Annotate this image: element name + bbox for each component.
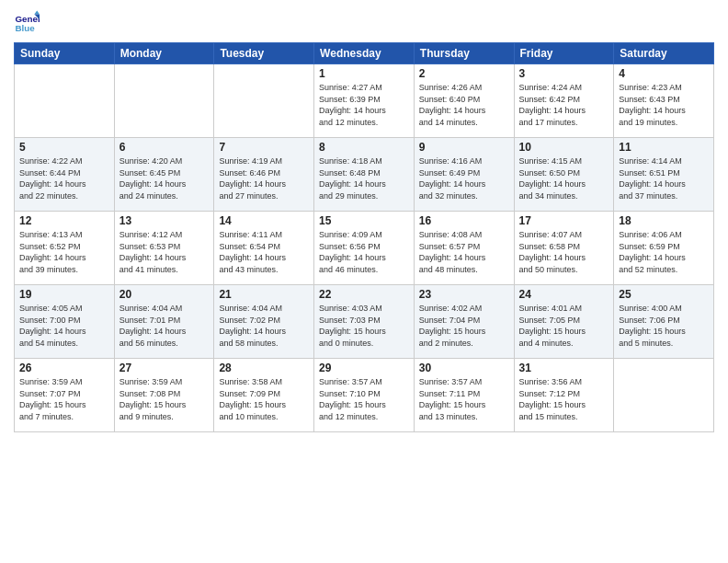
day-number: 7 [219,141,309,154]
day-info: Sunrise: 4:11 AM Sunset: 6:54 PM Dayligh… [219,229,309,275]
week-row-4: 26Sunrise: 3:59 AM Sunset: 7:07 PM Dayli… [15,359,714,432]
day-cell: 11Sunrise: 4:14 AM Sunset: 6:51 PM Dayli… [614,138,714,212]
day-cell: 20Sunrise: 4:04 AM Sunset: 7:01 PM Dayli… [114,285,214,359]
day-cell: 21Sunrise: 4:04 AM Sunset: 7:02 PM Dayli… [214,285,314,359]
day-number: 19 [19,288,109,301]
day-cell: 27Sunrise: 3:59 AM Sunset: 7:08 PM Dayli… [114,359,214,432]
day-info: Sunrise: 4:02 AM Sunset: 7:04 PM Dayligh… [419,303,509,349]
day-cell: 19Sunrise: 4:05 AM Sunset: 7:00 PM Dayli… [15,285,115,359]
day-number: 14 [219,214,309,227]
day-number: 21 [219,288,309,301]
day-info: Sunrise: 4:20 AM Sunset: 6:45 PM Dayligh… [119,155,210,201]
day-cell: 3Sunrise: 4:24 AM Sunset: 6:42 PM Daylig… [514,64,614,138]
day-cell: 10Sunrise: 4:15 AM Sunset: 6:50 PM Dayli… [514,138,614,212]
day-info: Sunrise: 4:19 AM Sunset: 6:46 PM Dayligh… [219,155,309,201]
day-info: Sunrise: 4:05 AM Sunset: 7:00 PM Dayligh… [19,303,109,349]
day-number: 12 [19,214,109,227]
day-cell: 15Sunrise: 4:09 AM Sunset: 6:56 PM Dayli… [314,212,415,285]
svg-marker-2 [34,10,40,14]
logo-icon: General Blue [14,9,40,35]
col-header-friday: Friday [514,43,614,64]
day-cell: 24Sunrise: 4:01 AM Sunset: 7:05 PM Dayli… [514,285,614,359]
day-number: 8 [319,141,409,154]
day-info: Sunrise: 3:56 AM Sunset: 7:12 PM Dayligh… [519,376,609,422]
day-number: 29 [319,362,409,374]
day-number: 6 [119,141,210,154]
day-number: 24 [519,288,609,301]
col-header-tuesday: Tuesday [214,43,314,64]
calendar: SundayMondayTuesdayWednesdayThursdayFrid… [14,42,714,432]
day-info: Sunrise: 3:59 AM Sunset: 7:08 PM Dayligh… [119,376,210,422]
day-cell: 31Sunrise: 3:56 AM Sunset: 7:12 PM Dayli… [514,359,614,432]
header: General Blue [14,9,714,35]
day-cell: 18Sunrise: 4:06 AM Sunset: 6:59 PM Dayli… [614,212,714,285]
day-info: Sunrise: 4:04 AM Sunset: 7:01 PM Dayligh… [119,303,210,349]
day-cell: 13Sunrise: 4:12 AM Sunset: 6:53 PM Dayli… [114,212,214,285]
day-number: 11 [619,141,709,154]
day-info: Sunrise: 4:08 AM Sunset: 6:57 PM Dayligh… [419,229,509,275]
logo: General Blue [14,9,43,35]
day-cell: 4Sunrise: 4:23 AM Sunset: 6:43 PM Daylig… [614,64,714,138]
col-header-monday: Monday [114,43,214,64]
header-row: SundayMondayTuesdayWednesdayThursdayFrid… [15,43,714,64]
page: General Blue SundayMondayTuesdayWednesda… [0,0,728,563]
col-header-saturday: Saturday [614,43,714,64]
day-cell: 5Sunrise: 4:22 AM Sunset: 6:44 PM Daylig… [15,138,115,212]
col-header-sunday: Sunday [15,43,115,64]
day-cell: 17Sunrise: 4:07 AM Sunset: 6:58 PM Dayli… [514,212,614,285]
day-number: 15 [319,214,409,227]
day-number: 18 [619,214,709,227]
svg-text:Blue: Blue [15,23,35,33]
day-cell [15,64,115,138]
day-number: 1 [319,67,409,80]
day-info: Sunrise: 4:22 AM Sunset: 6:44 PM Dayligh… [19,155,109,201]
day-number: 27 [119,362,210,374]
day-cell: 9Sunrise: 4:16 AM Sunset: 6:49 PM Daylig… [414,138,514,212]
day-cell: 30Sunrise: 3:57 AM Sunset: 7:11 PM Dayli… [414,359,514,432]
day-cell [614,359,714,432]
day-info: Sunrise: 4:26 AM Sunset: 6:40 PM Dayligh… [419,82,509,128]
day-number: 31 [519,362,609,374]
day-number: 3 [519,67,609,80]
day-number: 25 [619,288,709,301]
week-row-2: 12Sunrise: 4:13 AM Sunset: 6:52 PM Dayli… [15,212,714,285]
day-cell: 28Sunrise: 3:58 AM Sunset: 7:09 PM Dayli… [214,359,314,432]
day-cell: 7Sunrise: 4:19 AM Sunset: 6:46 PM Daylig… [214,138,314,212]
day-info: Sunrise: 4:00 AM Sunset: 7:06 PM Dayligh… [619,303,709,349]
day-info: Sunrise: 3:59 AM Sunset: 7:07 PM Dayligh… [19,376,109,422]
day-info: Sunrise: 3:58 AM Sunset: 7:09 PM Dayligh… [219,376,309,422]
day-info: Sunrise: 4:07 AM Sunset: 6:58 PM Dayligh… [519,229,609,275]
day-number: 2 [419,67,509,80]
day-info: Sunrise: 4:27 AM Sunset: 6:39 PM Dayligh… [319,82,409,128]
day-number: 22 [319,288,409,301]
day-cell: 22Sunrise: 4:03 AM Sunset: 7:03 PM Dayli… [314,285,415,359]
day-info: Sunrise: 4:03 AM Sunset: 7:03 PM Dayligh… [319,303,409,349]
day-number: 20 [119,288,210,301]
day-number: 9 [419,141,509,154]
day-cell: 23Sunrise: 4:02 AM Sunset: 7:04 PM Dayli… [414,285,514,359]
day-cell: 25Sunrise: 4:00 AM Sunset: 7:06 PM Dayli… [614,285,714,359]
day-number: 16 [419,214,509,227]
day-info: Sunrise: 4:12 AM Sunset: 6:53 PM Dayligh… [119,229,210,275]
day-cell: 6Sunrise: 4:20 AM Sunset: 6:45 PM Daylig… [114,138,214,212]
col-header-wednesday: Wednesday [314,43,415,64]
day-number: 17 [519,214,609,227]
day-info: Sunrise: 4:13 AM Sunset: 6:52 PM Dayligh… [19,229,109,275]
day-number: 30 [419,362,509,374]
day-info: Sunrise: 4:23 AM Sunset: 6:43 PM Dayligh… [619,82,709,128]
day-cell: 2Sunrise: 4:26 AM Sunset: 6:40 PM Daylig… [414,64,514,138]
day-info: Sunrise: 3:57 AM Sunset: 7:10 PM Dayligh… [319,376,409,422]
day-number: 10 [519,141,609,154]
day-number: 28 [219,362,309,374]
day-info: Sunrise: 4:15 AM Sunset: 6:50 PM Dayligh… [519,155,609,201]
day-cell [214,64,314,138]
day-cell: 1Sunrise: 4:27 AM Sunset: 6:39 PM Daylig… [314,64,415,138]
day-info: Sunrise: 4:06 AM Sunset: 6:59 PM Dayligh… [619,229,709,275]
day-info: Sunrise: 4:24 AM Sunset: 6:42 PM Dayligh… [519,82,609,128]
day-cell: 12Sunrise: 4:13 AM Sunset: 6:52 PM Dayli… [15,212,115,285]
day-number: 23 [419,288,509,301]
day-info: Sunrise: 4:01 AM Sunset: 7:05 PM Dayligh… [519,303,609,349]
day-cell: 8Sunrise: 4:18 AM Sunset: 6:48 PM Daylig… [314,138,415,212]
day-number: 26 [19,362,109,374]
week-row-1: 5Sunrise: 4:22 AM Sunset: 6:44 PM Daylig… [15,138,714,212]
